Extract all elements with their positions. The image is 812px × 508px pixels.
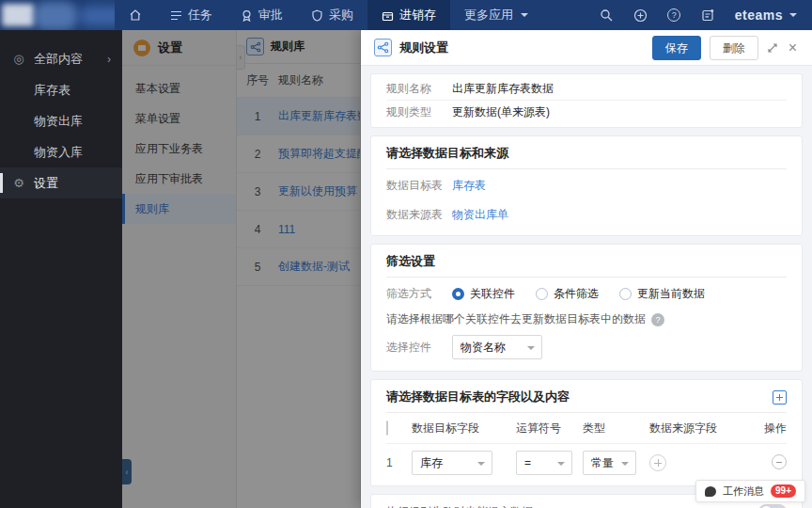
- section-title: 筛选设置: [386, 245, 787, 278]
- radio-condition-filter[interactable]: 条件筛选: [536, 286, 599, 302]
- save-button[interactable]: 保存: [652, 36, 701, 60]
- help-icon[interactable]: ?: [667, 8, 681, 23]
- radio-icon: [536, 288, 548, 300]
- rule-name-value: 出库更新库存表数据: [452, 81, 554, 97]
- shield-icon: [311, 9, 323, 22]
- logo-blur-shape: [79, 6, 115, 26]
- section-title: 请选择数据目标表的字段以及内容: [386, 389, 570, 405]
- section-target-fields: 请选择数据目标表的字段以及内容 数据目标字段 运算符号 类型 数据来源字段 操作…: [370, 379, 803, 486]
- home-icon: [129, 8, 142, 22]
- rule-type-row: 规则类型 更新数据(单来源表): [386, 101, 787, 124]
- eteams-brand[interactable]: eteams: [735, 8, 797, 23]
- nav-more-label: 更多应用: [464, 7, 513, 24]
- nav-approval[interactable]: 审批: [226, 0, 297, 30]
- fields-table-header: 数据目标字段 运算符号 类型 数据来源字段 操作: [386, 413, 787, 443]
- target-table-link[interactable]: 库存表: [452, 178, 486, 194]
- work-message-label: 工作消息: [723, 484, 764, 499]
- operator-select[interactable]: =: [516, 451, 572, 475]
- drawer-overlay-mask: [122, 30, 361, 508]
- rule-type-label: 规则类型: [386, 104, 452, 120]
- radio-selected-icon: [452, 288, 464, 300]
- rule-name-label: 规则名称: [386, 81, 452, 97]
- topbar-actions: ? eteams: [600, 8, 812, 23]
- column-type: 类型: [583, 421, 649, 437]
- sidebar-item-inventory-table[interactable]: 库存表: [0, 74, 122, 105]
- nav-home[interactable]: [115, 0, 156, 30]
- feedback-icon[interactable]: [701, 8, 715, 23]
- section-title-row: 请选择数据目标表的字段以及内容: [386, 380, 787, 413]
- section-basic-info: 规则名称 出库更新库存表数据 规则类型 更新数据(单来源表): [370, 73, 803, 128]
- column-target-field: 数据目标字段: [412, 421, 516, 437]
- nav-inventory-label: 进销存: [399, 7, 436, 24]
- filter-hint-row: 请选择根据哪个关联控件去更新数据目标表中的数据 ?: [386, 311, 787, 327]
- add-icon[interactable]: [633, 8, 648, 23]
- inventory-box-icon: [382, 9, 394, 22]
- row-index: 1: [386, 456, 412, 469]
- remove-row-button[interactable]: [772, 454, 787, 469]
- chevron-right-icon: ›: [107, 53, 111, 66]
- chevron-down-icon: [789, 13, 797, 17]
- nav-purchase-label: 采购: [329, 7, 353, 24]
- source-table-link[interactable]: 物资出库单: [452, 207, 508, 223]
- brand-label: eteams: [735, 8, 783, 23]
- chevron-down-icon: [521, 13, 528, 17]
- filter-hint-text: 请选择根据哪个关联控件去更新数据目标表中的数据: [386, 311, 646, 327]
- column-operator: 运算符号: [516, 421, 583, 437]
- logo-blur-shape: [2, 4, 34, 26]
- gear-icon: ⚙: [11, 176, 26, 190]
- work-message-button[interactable]: 工作消息 99+: [695, 480, 805, 502]
- app-sidebar: ◎ 全部内容 › 库存表 物资出库 物资入库 ⚙ 设置: [0, 30, 122, 508]
- nav-tasks[interactable]: 任务: [156, 0, 226, 30]
- select-all-checkbox[interactable]: [386, 421, 388, 436]
- add-source-value-button[interactable]: [649, 454, 666, 471]
- logo-blur-shape: [34, 2, 77, 30]
- sidebar-item-settings[interactable]: ⚙ 设置: [0, 167, 122, 198]
- column-action: 操作: [760, 421, 787, 437]
- tasks-icon: [170, 9, 182, 22]
- radio-update-current[interactable]: 更新当前数据: [619, 286, 705, 302]
- filter-method-row: 筛选方式 关联控件 条件筛选 更新当前数据: [386, 286, 787, 302]
- nav-tasks-label: 任务: [188, 7, 212, 24]
- sidebar-item-material-out[interactable]: 物资出库: [0, 105, 122, 136]
- select-control-label: 选择控件: [386, 340, 452, 356]
- section-filter-settings: 筛选设置 筛选方式 关联控件 条件筛选 更新当前数: [370, 244, 803, 372]
- target-table-row: 数据目标表 库存表: [386, 172, 787, 198]
- toggle-label: 执行规则失败时也能提交数据: [386, 504, 533, 508]
- close-icon[interactable]: ×: [787, 41, 799, 55]
- rule-name-row: 规则名称 出库更新库存表数据: [386, 77, 787, 101]
- primary-nav: 任务 审批 采购 进销存 更多应用: [115, 0, 542, 30]
- target-table-label: 数据目标表: [386, 178, 452, 194]
- rule-type-value: 更新数据(单来源表): [452, 104, 550, 120]
- unread-count-badge: 99+: [771, 484, 796, 498]
- select-control-row: 选择控件 物资名称: [386, 335, 787, 359]
- drawer-body: 规则名称 出库更新库存表数据 规则类型 更新数据(单来源表) 请选择数据目标和来…: [361, 66, 812, 508]
- app-logo: [0, 0, 115, 30]
- type-select[interactable]: 常量: [583, 451, 636, 475]
- nav-approval-label: 审批: [258, 7, 283, 24]
- nav-inventory[interactable]: 进销存: [367, 0, 450, 30]
- rule-icon: [374, 39, 392, 56]
- search-icon[interactable]: [600, 8, 614, 23]
- source-table-label: 数据来源表: [386, 207, 452, 223]
- target-field-select[interactable]: 库存: [412, 451, 492, 475]
- drawer-sections: 规则名称 出库更新库存表数据 规则类型 更新数据(单来源表) 请选择数据目标和来…: [361, 66, 812, 508]
- drawer-actions: 保存 删除 ×: [652, 36, 799, 60]
- rule-settings-drawer: 规则设置 保存 删除 × 规则名称 出库更新库存表数据: [361, 30, 812, 508]
- submit-on-fail-toggle[interactable]: [758, 504, 787, 508]
- nav-purchase[interactable]: 采购: [297, 0, 367, 30]
- all-content-icon: ◎: [11, 52, 26, 66]
- delete-button[interactable]: 删除: [710, 36, 758, 60]
- top-navbar: 任务 审批 采购 进销存 更多应用: [0, 0, 812, 30]
- radio-icon: [619, 288, 632, 300]
- sidebar-item-material-in[interactable]: 物资入库: [0, 136, 122, 167]
- add-field-button[interactable]: [773, 390, 787, 405]
- nav-more-apps[interactable]: 更多应用: [450, 0, 542, 30]
- column-source-field: 数据来源字段: [649, 421, 760, 437]
- help-circle-icon[interactable]: ?: [651, 313, 664, 326]
- expand-icon[interactable]: [767, 42, 778, 54]
- sidebar-item-all-content[interactable]: ◎ 全部内容 ›: [0, 43, 122, 74]
- drawer-title: 规则设置: [399, 40, 448, 56]
- control-select[interactable]: 物资名称: [452, 335, 542, 359]
- radio-linked-control[interactable]: 关联控件: [452, 286, 515, 302]
- section-title: 请选择数据目标和来源: [386, 136, 787, 169]
